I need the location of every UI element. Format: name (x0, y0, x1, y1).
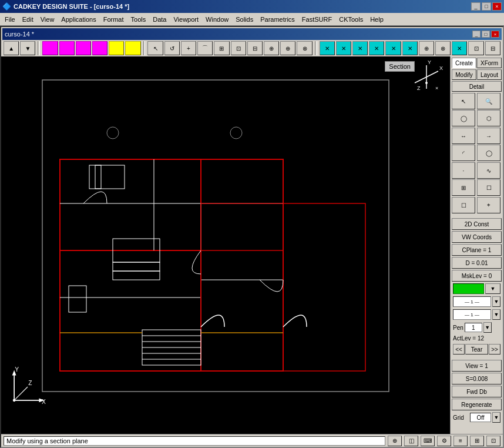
fwddb-button[interactable]: Fwd Db (452, 386, 502, 397)
rp-icon-ellipse[interactable]: ◯ (477, 145, 500, 161)
extra-btn-2[interactable]: ⊟ (485, 41, 500, 55)
status-icon-5[interactable]: ≡ (453, 436, 468, 446)
tab-layout[interactable]: Layout (477, 69, 502, 80)
menu-cktools[interactable]: CKTools (335, 15, 367, 24)
active-btn-3[interactable]: ✕ (352, 41, 368, 55)
pen-dropdown[interactable]: ▼ (483, 322, 492, 333)
rp-icon-move[interactable]: ↔ (452, 128, 475, 144)
grid-value[interactable] (470, 413, 491, 422)
menu-file[interactable]: File (1, 15, 19, 24)
inner-close[interactable]: × (491, 31, 499, 38)
menu-tools[interactable]: Tools (127, 15, 150, 24)
rotate-tool[interactable]: ↺ (164, 41, 180, 55)
svg-point-30 (230, 127, 242, 139)
tab-create[interactable]: Create (452, 58, 476, 68)
menu-help[interactable]: Help (367, 15, 387, 24)
status-icon-1[interactable]: ⊕ (388, 436, 402, 446)
active-btn-2[interactable]: ✕ (336, 41, 351, 55)
plus-tool[interactable]: + (181, 41, 196, 55)
line-style-1[interactable]: — 1 — (453, 296, 491, 307)
nav-up-button[interactable]: ▲ (4, 41, 19, 55)
import-btn[interactable]: ⊗ (435, 41, 451, 55)
line-style-2[interactable]: — 1 — (453, 309, 491, 320)
cplane-button[interactable]: CPlane = 1 (452, 244, 502, 256)
view-button[interactable]: View = 1 (452, 360, 502, 372)
scale-button[interactable]: S=0.008 (452, 373, 502, 385)
rp-icon-search[interactable]: 🔍 (477, 93, 500, 109)
rp-icon-hex[interactable]: ⬡ (477, 110, 500, 126)
regenerate-button[interactable]: Regenerate (452, 399, 502, 410)
diamond-btn-2[interactable] (59, 41, 75, 55)
menu-edit[interactable]: Edit (19, 15, 37, 24)
rp-icon-rect[interactable]: ☐ (477, 179, 500, 196)
vw-coords-button[interactable]: VW Coords (452, 231, 502, 243)
tab-modify[interactable]: Modify (452, 69, 476, 80)
active-btn-7[interactable]: ✕ (452, 41, 467, 55)
active-btn-5[interactable]: ✕ (385, 41, 401, 55)
diamond-btn-3[interactable] (76, 41, 91, 55)
line-dropdown-2[interactable]: ▼ (492, 309, 500, 320)
diamond-btn-4[interactable] (92, 41, 107, 55)
export-btn[interactable]: ⊕ (419, 41, 434, 55)
rp-icon-wave[interactable]: ∿ (477, 162, 500, 179)
rp-icon-arrow[interactable]: → (477, 128, 500, 144)
inner-maximize[interactable]: □ (482, 31, 490, 38)
status-icon-6[interactable]: ⊞ (470, 436, 484, 446)
const-2d-button[interactable]: 2D Const (452, 218, 502, 230)
tear-prev-button[interactable]: << (453, 344, 465, 355)
extra-btn-1[interactable]: ⊡ (468, 41, 483, 55)
cursor-tool[interactable]: ↖ (147, 41, 163, 55)
tear-next-button[interactable]: >> (489, 344, 500, 355)
d-value-button[interactable]: D = 0.01 (452, 257, 502, 269)
menu-format[interactable]: Format (100, 15, 127, 24)
tab-detail[interactable]: Detail (452, 81, 502, 92)
tear-button[interactable]: Tear (465, 344, 488, 355)
diamond-btn-5[interactable] (109, 41, 124, 55)
msklev-button[interactable]: MskLev = 0 (452, 270, 502, 282)
drawing-canvas[interactable]: Section Y X Z × (1, 56, 450, 434)
rp-icon-select[interactable]: ↖ (452, 93, 475, 109)
close-button[interactable]: × (492, 2, 502, 11)
nav-down-button[interactable]: ▼ (20, 41, 35, 55)
menu-fastsurf[interactable]: FastSURF (298, 15, 335, 24)
menu-viewport[interactable]: Viewport (170, 15, 202, 24)
remove-tool[interactable]: ⊗ (297, 41, 312, 55)
color-dropdown[interactable]: ▼ (485, 283, 500, 294)
maximize-button[interactable]: □ (482, 2, 491, 11)
add-tool[interactable]: ⊕ (280, 41, 295, 55)
minimize-button[interactable]: _ (471, 2, 481, 11)
rp-icon-grid2[interactable]: ⊞ (452, 179, 475, 196)
line-dropdown-1[interactable]: ▼ (492, 296, 500, 307)
menu-window[interactable]: Window (202, 15, 232, 24)
svg-rect-8 (60, 159, 283, 371)
active-btn-4[interactable]: ✕ (369, 41, 384, 55)
menu-parametrics[interactable]: Parametrics (257, 15, 298, 24)
box2-tool[interactable]: ⊟ (247, 41, 263, 55)
active-btn-6[interactable]: ✕ (402, 41, 418, 55)
pen-input[interactable] (465, 323, 482, 332)
menu-view[interactable]: View (37, 15, 58, 24)
diamond-btn-6[interactable] (125, 41, 140, 55)
tab-xform[interactable]: XForm (477, 58, 502, 68)
status-icon-2[interactable]: ◫ (404, 436, 418, 446)
menu-data[interactable]: Data (149, 15, 170, 24)
rp-icon-dot[interactable]: · (452, 162, 475, 179)
status-icon-4[interactable]: ⚙ (437, 436, 451, 446)
rp-icon-circle[interactable]: ◯ (452, 110, 475, 126)
diamond-btn-1[interactable] (42, 41, 58, 55)
arc-tool[interactable]: ⌒ (197, 41, 213, 55)
box1-tool[interactable]: ⊡ (231, 41, 246, 55)
grid-dropdown[interactable]: ▼ (492, 412, 500, 423)
rp-icon-target[interactable]: ⌖ (477, 197, 500, 213)
status-icon-3[interactable]: ⌨ (421, 436, 435, 446)
rp-icon-box[interactable]: ☐ (452, 197, 475, 213)
grid-row: Grid ▼ (452, 412, 502, 423)
inner-minimize[interactable]: _ (472, 31, 481, 38)
status-icon-7[interactable]: ⊡ (486, 436, 500, 446)
rp-icon-arc[interactable]: ◜ (452, 145, 475, 161)
menu-applications[interactable]: Applications (58, 15, 99, 24)
active-btn-1[interactable]: ✕ (320, 41, 335, 55)
clear-button[interactable]: ⊕ (264, 41, 279, 55)
menu-solids[interactable]: Solids (232, 15, 257, 24)
grid-tool[interactable]: ⊞ (214, 41, 229, 55)
